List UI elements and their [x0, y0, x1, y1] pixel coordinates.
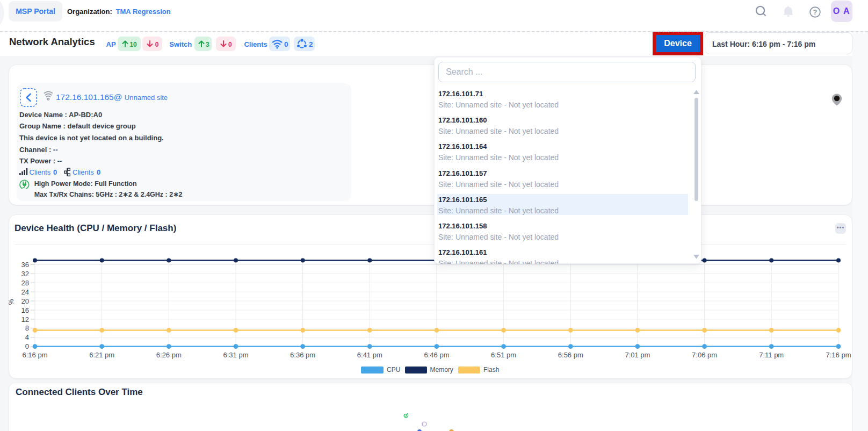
svg-text:8: 8	[25, 324, 29, 332]
svg-text:36: 36	[21, 261, 29, 269]
svg-text:6:36 pm: 6:36 pm	[290, 351, 315, 359]
svg-text:6:51 pm: 6:51 pm	[491, 351, 516, 359]
svg-text:4: 4	[25, 333, 29, 341]
svg-text:16: 16	[21, 306, 29, 314]
svg-text:7:01 pm: 7:01 pm	[625, 351, 650, 359]
svg-text:7:11 pm: 7:11 pm	[759, 351, 784, 359]
svg-text:28: 28	[21, 279, 29, 287]
svg-text:6:41 pm: 6:41 pm	[357, 351, 382, 359]
svg-text:6:21 pm: 6:21 pm	[89, 351, 114, 359]
svg-text:24: 24	[21, 288, 29, 296]
svg-text:6:46 pm: 6:46 pm	[424, 351, 450, 359]
svg-text:6:26 pm: 6:26 pm	[156, 351, 182, 359]
svg-text:7:06 pm: 7:06 pm	[692, 351, 717, 359]
svg-text:%: %	[9, 299, 15, 305]
svg-text:6:31 pm: 6:31 pm	[223, 351, 249, 359]
svg-text:7:16 pm: 7:16 pm	[826, 351, 851, 359]
svg-text:6:16 pm: 6:16 pm	[23, 351, 48, 359]
svg-text:?: ?	[813, 8, 818, 16]
svg-text:20: 20	[21, 297, 29, 305]
svg-text:0: 0	[25, 342, 29, 350]
svg-text:6:56 pm: 6:56 pm	[558, 351, 583, 359]
svg-text:32: 32	[21, 270, 29, 278]
svg-text:12: 12	[21, 315, 29, 324]
